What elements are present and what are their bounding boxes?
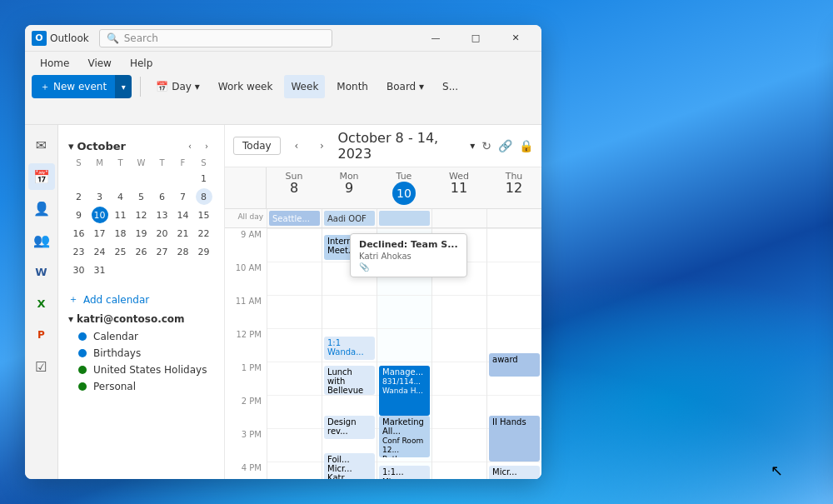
cal-day[interactable] — [112, 170, 129, 187]
cal-day[interactable] — [92, 170, 108, 187]
nav-contacts[interactable]: 👤 — [28, 195, 55, 222]
cal-day-28[interactable]: 28 — [175, 243, 192, 260]
cal-day-11[interactable]: 11 — [112, 207, 129, 223]
nav-excel[interactable]: X — [28, 290, 55, 317]
cal-day-17[interactable]: 17 — [92, 225, 108, 242]
day-col-thu[interactable]: award II Hands Micr... — [486, 228, 541, 479]
cal-day-26[interactable]: 26 — [133, 243, 150, 260]
month-button[interactable]: Month — [330, 75, 375, 98]
cal-day[interactable] — [175, 170, 192, 187]
cal-day[interactable] — [154, 170, 171, 187]
cal-day-23[interactable]: 23 — [71, 243, 87, 260]
cal-item-calendar[interactable]: Calendar — [58, 328, 224, 345]
next-week-button[interactable]: › — [312, 136, 331, 156]
close-button[interactable]: ✕ — [496, 25, 535, 52]
cal-day-16[interactable]: 16 — [71, 225, 87, 242]
schedule-button[interactable]: S... — [436, 75, 465, 98]
declined-mini-popup[interactable]: Declined: Team S... Katri Ahokas 📎 — [350, 233, 467, 277]
chevron-down-icon[interactable]: ▾ — [470, 140, 475, 152]
cal-day-10[interactable]: 10 — [92, 207, 108, 223]
cal-day-1[interactable]: 1 — [196, 170, 212, 187]
cal-day-14[interactable]: 14 — [175, 207, 192, 223]
event-manage[interactable]: Manage...831/114...Wanda H... — [379, 366, 430, 416]
cal-day[interactable] — [154, 262, 171, 278]
add-calendar-button[interactable]: ＋ Add calendar — [58, 289, 224, 310]
cal-day-19[interactable]: 19 — [133, 225, 150, 242]
cal-day-3[interactable]: 3 — [92, 188, 108, 205]
next-month-button[interactable]: › — [199, 138, 214, 153]
day-view-button[interactable]: 📅 Day ▾ — [149, 75, 207, 98]
minimize-button[interactable]: — — [416, 25, 455, 52]
cal-day-20[interactable]: 20 — [154, 225, 171, 242]
cal-day-2[interactable]: 2 — [71, 188, 87, 205]
new-event-dropdown[interactable]: ▾ — [115, 75, 132, 98]
cal-day-4[interactable]: 4 — [112, 188, 129, 205]
event-aadi-oof-cont[interactable] — [379, 211, 430, 226]
cal-day-30[interactable]: 30 — [71, 262, 87, 278]
work-week-button[interactable]: Work week — [212, 75, 280, 98]
cal-day-9[interactable]: 9 — [71, 207, 87, 223]
cal-day-21[interactable]: 21 — [175, 225, 192, 242]
cal-item-birthdays[interactable]: Birthdays — [58, 345, 224, 362]
day-number[interactable]: 9 — [323, 182, 375, 195]
cal-day-31[interactable]: 31 — [92, 262, 108, 278]
event-award[interactable]: award — [489, 353, 540, 377]
cal-day-18[interactable]: 18 — [112, 225, 129, 242]
event-seattle[interactable]: Seattle... — [269, 211, 320, 226]
day-number-today[interactable]: 10 — [392, 182, 416, 205]
cal-day[interactable] — [112, 262, 129, 278]
event-design-rev[interactable]: Design rev... — [324, 416, 375, 439]
cal-day[interactable] — [196, 262, 212, 278]
cal-day-12[interactable]: 12 — [133, 207, 150, 223]
week-button[interactable]: Week — [284, 75, 325, 98]
cal-day[interactable] — [175, 262, 192, 278]
event-1on1-wanda[interactable]: 1:1 Wanda... — [324, 337, 375, 360]
tab-help[interactable]: Help — [122, 55, 161, 72]
cal-day-13[interactable]: 13 — [154, 207, 171, 223]
board-button[interactable]: Board ▾ — [380, 75, 431, 98]
cal-day-25[interactable]: 25 — [112, 243, 129, 260]
nav-mail[interactable]: ✉ — [28, 132, 55, 158]
cal-day-7[interactable]: 7 — [175, 188, 192, 205]
today-button[interactable]: Today — [233, 137, 281, 155]
prev-week-button[interactable]: ‹ — [287, 136, 306, 156]
cal-day-29[interactable]: 29 — [196, 243, 212, 260]
cal-item-holidays[interactable]: United States Holidays — [58, 362, 224, 378]
event-all-hands[interactable]: II Hands — [489, 416, 540, 462]
cal-day-22[interactable]: 22 — [196, 225, 212, 242]
nav-groups[interactable]: 👥 — [28, 227, 55, 253]
day-number[interactable]: 12 — [488, 182, 540, 195]
new-event-button[interactable]: ＋ New event ▾ — [32, 75, 132, 98]
collapse-icon[interactable]: ▾ — [68, 140, 74, 152]
cal-item-personal[interactable]: Personal — [58, 378, 224, 395]
nav-todo[interactable]: ☑ — [28, 353, 55, 380]
new-event-main[interactable]: ＋ New event — [32, 75, 115, 98]
event-aadi-oof[interactable]: Aadi OOF — [324, 211, 375, 226]
search-box[interactable]: 🔍 Search — [99, 29, 332, 47]
cal-day[interactable] — [71, 170, 87, 187]
event-1on1-tue[interactable]: 1:1...Micr... Beth... — [379, 466, 430, 479]
lock-icon[interactable]: 🔒 — [519, 139, 533, 152]
tab-view[interactable]: View — [79, 55, 119, 72]
cal-day[interactable] — [133, 170, 150, 187]
cal-day-5[interactable]: 5 — [133, 188, 150, 205]
nav-word[interactable]: W — [28, 258, 55, 285]
nav-powerpoint[interactable]: P — [28, 322, 55, 348]
event-marketing-all[interactable]: Marketing All...Conf Room 12...Beth Davi… — [379, 416, 430, 457]
cal-day-24[interactable]: 24 — [92, 243, 108, 260]
link-icon[interactable]: 🔗 — [498, 139, 512, 152]
event-lunch-bellevue[interactable]: Lunch with Bellevue — [324, 366, 375, 395]
cal-day-6[interactable]: 6 — [154, 188, 171, 205]
maximize-button[interactable]: □ — [456, 25, 495, 52]
cal-day-8[interactable]: 8 — [196, 188, 212, 205]
cal-day-27[interactable]: 27 — [154, 243, 171, 260]
cal-day[interactable] — [133, 262, 150, 278]
event-micr-thu[interactable]: Micr... — [489, 466, 540, 479]
day-number[interactable]: 8 — [268, 182, 320, 195]
tab-home[interactable]: Home — [32, 55, 77, 72]
cal-day-15[interactable]: 15 — [196, 207, 212, 223]
day-col-sun[interactable] — [267, 228, 322, 479]
nav-calendar[interactable]: 📅 — [28, 163, 55, 190]
prev-month-button[interactable]: ‹ — [182, 138, 197, 153]
day-number[interactable]: 11 — [433, 182, 485, 195]
